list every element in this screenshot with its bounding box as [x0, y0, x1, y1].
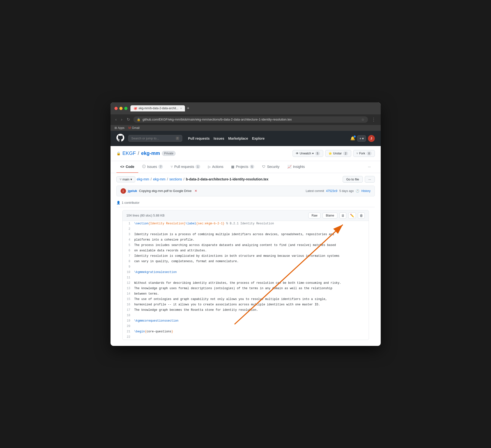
- repo-name-link[interactable]: ekg-mm: [141, 150, 160, 156]
- tab-issues[interactable]: ⓘ Issues 7: [138, 161, 167, 173]
- line-number: 3: [123, 232, 134, 237]
- commit-info: j jgeluk Copying ekg-mm.pdf to Google Dr…: [121, 188, 197, 194]
- breadcrumb-folder[interactable]: sections: [169, 177, 182, 181]
- tab-code-label: Code: [126, 165, 134, 169]
- maximize-button[interactable]: [124, 107, 127, 110]
- back-button[interactable]: ‹: [114, 117, 118, 122]
- commit-author-name[interactable]: jgeluk: [128, 189, 137, 193]
- tab-code[interactable]: <> Code: [116, 161, 138, 173]
- breadcrumb-org[interactable]: ekg-mm: [137, 177, 149, 181]
- branch-icon: ⑂: [120, 177, 122, 181]
- tab-actions[interactable]: ▷ Actions: [204, 161, 227, 173]
- delete-trash-icon[interactable]: 🗑: [358, 212, 365, 219]
- insights-chart-icon: 📈: [287, 165, 292, 169]
- gmail-bookmark[interactable]: M Gmail: [128, 126, 140, 130]
- gmail-label: Gmail: [132, 126, 140, 130]
- code-line-17: 17 The knowledge graph becomes the Roset…: [123, 307, 369, 313]
- commit-hash[interactable]: 47523c9: [326, 189, 337, 193]
- file-stats: 104 lines (80 sloc) 5.88 KB: [126, 214, 165, 217]
- repo-org-link[interactable]: EKGF: [123, 150, 136, 156]
- fork-label: Fork: [359, 152, 365, 155]
- contributor-icon: 👤: [116, 201, 120, 204]
- tab-title: ekg-mm/b-data-2-data-archit...: [139, 107, 179, 110]
- reload-button[interactable]: ↻: [126, 117, 131, 122]
- line-number: 14: [123, 291, 134, 297]
- search-slash-icon: /: [176, 137, 179, 140]
- menu-button[interactable]: ⋮: [370, 116, 377, 123]
- line-number: 1: [123, 221, 134, 226]
- line-number: 5: [123, 243, 134, 248]
- commit-message: Copying ekg-mm.pdf to Google Drive: [139, 189, 192, 193]
- plus-icon: +: [359, 136, 361, 140]
- line-number: 4: [123, 237, 134, 243]
- explore-nav[interactable]: Explore: [252, 136, 265, 140]
- user-avatar[interactable]: J: [368, 135, 375, 142]
- history-button[interactable]: History: [361, 189, 370, 193]
- line-number: 7: [123, 253, 134, 259]
- code-line-5: 5 The process includes searching across …: [123, 243, 369, 248]
- minimize-button[interactable]: [119, 107, 123, 110]
- contributor-count: 1 contributor: [122, 201, 140, 204]
- browser-window: 🐙 ekg-mm/b-data-2-data-archit... ✕ + ‹ ›…: [111, 102, 381, 346]
- tab-security-label: Security: [267, 165, 280, 169]
- active-tab[interactable]: 🐙 ekg-mm/b-data-2-data-archit... ✕: [130, 105, 185, 111]
- issues-nav[interactable]: Issues: [213, 136, 224, 140]
- line-content: harmonized profile -- it allows you to c…: [134, 302, 369, 307]
- raw-button[interactable]: Raw: [308, 213, 321, 218]
- tab-security[interactable]: 🛡 Security: [258, 161, 283, 173]
- line-number: 12: [123, 280, 134, 286]
- breadcrumb-repo[interactable]: ekg-mm: [153, 177, 166, 181]
- breadcrumb: ⑂ main ▾ ekg-mm / ekg-mm / sections / b-…: [116, 176, 268, 182]
- address-bar: ‹ › ↻ 🔒 github.com/EKGF/ekg-mm/blob/main…: [111, 114, 381, 125]
- apps-bookmark[interactable]: ⊞ Apps: [114, 126, 125, 130]
- nav-links: Pull requests Issues Marketplace Explore: [188, 136, 347, 140]
- pull-requests-nav[interactable]: Pull requests: [188, 136, 210, 140]
- line-number: 20: [123, 324, 134, 329]
- fork-button[interactable]: ⑂ Fork 0: [353, 150, 375, 157]
- star-count: 2: [343, 151, 348, 155]
- notifications-bell[interactable]: 🔔: [350, 136, 355, 141]
- edit-pencil-icon[interactable]: ✏️: [348, 212, 356, 219]
- line-content: [134, 226, 369, 232]
- new-tab-button[interactable]: +: [186, 106, 191, 111]
- create-new-button[interactable]: + ▾: [357, 135, 366, 142]
- file-header-actions: Raw Blame 🖥 ✏️ 🗑: [308, 212, 365, 219]
- more-options-button[interactable]: ···: [365, 176, 375, 183]
- close-button[interactable]: [114, 107, 118, 110]
- line-number: 19: [123, 318, 134, 324]
- bookmark-star-icon[interactable]: ☆: [361, 118, 365, 122]
- contributors-bar: 👤 1 contributor: [116, 198, 375, 207]
- code-line-6: 6 on available data records and attribut…: [123, 248, 369, 253]
- desktop-view-icon[interactable]: 🖥: [339, 212, 346, 219]
- issues-count: 7: [158, 165, 163, 169]
- code-area: 1 \section{Identity Resolution}\label{se…: [123, 221, 369, 340]
- tab-more[interactable]: ···: [364, 161, 375, 173]
- go-to-file-button[interactable]: Go to file: [343, 176, 363, 183]
- tab-pull-requests[interactable]: ⑂ Pull requests 1: [167, 161, 204, 173]
- tab-close-icon[interactable]: ✕: [180, 107, 182, 110]
- tab-projects[interactable]: ▦ Projects 5: [227, 161, 258, 173]
- url-bar[interactable]: 🔒 github.com/EKGF/ekg-mm/blob/main/ekg-m…: [133, 116, 368, 123]
- line-content: The knowledge graph uses formal descript…: [134, 286, 369, 291]
- watch-button[interactable]: 👁 Unwatch ▾ 5: [293, 150, 323, 157]
- github-logo[interactable]: [116, 134, 124, 143]
- visibility-badge: Private: [162, 151, 175, 156]
- branch-name: main: [123, 177, 129, 181]
- code-line-22: 22: [123, 334, 369, 340]
- line-content: [134, 264, 369, 270]
- code-line-10: 10 \kgmmekgrationalesection: [123, 270, 369, 275]
- tab-insights[interactable]: 📈 Insights: [283, 161, 309, 173]
- gmail-icon: M: [128, 126, 131, 130]
- line-number: 2: [123, 226, 134, 232]
- breadcrumb-filename: b-data-2-data-architecture-1-identity-re…: [186, 177, 268, 181]
- commit-author-avatar: j: [121, 188, 126, 194]
- blame-button[interactable]: Blame: [323, 213, 337, 218]
- star-button[interactable]: ⭐ Unstar 2: [325, 150, 351, 157]
- marketplace-nav[interactable]: Marketplace: [228, 136, 248, 140]
- line-number: 8: [123, 259, 134, 264]
- code-line-12: 12 Without standards for describing iden…: [123, 280, 369, 286]
- file-header: 104 lines (80 sloc) 5.88 KB Raw Blame 🖥 …: [123, 210, 369, 221]
- branch-selector[interactable]: ⑂ main ▾: [116, 176, 135, 182]
- search-bar[interactable]: Search or jump to... /: [128, 135, 182, 142]
- forward-button[interactable]: ›: [120, 117, 123, 122]
